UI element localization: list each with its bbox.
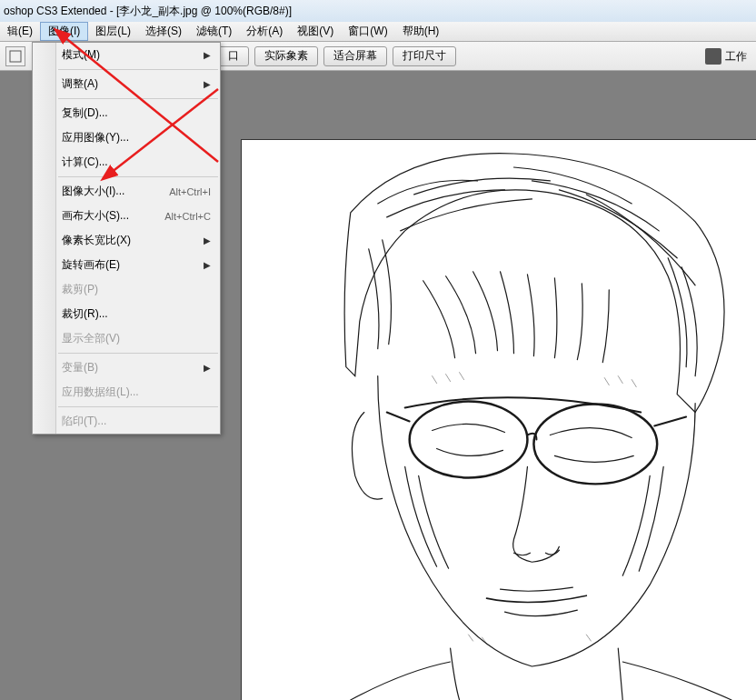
tool-preset-icon[interactable] — [5, 46, 25, 66]
menu-select[interactable]: 选择(S) — [138, 22, 189, 41]
menu-help[interactable]: 帮助(H) — [395, 22, 447, 41]
title-bar: oshop CS3 Extended - [李小龙_副本.jpg @ 100%(… — [0, 0, 756, 22]
menu-separator — [58, 98, 218, 99]
menu-apply-dataset: 应用数据组(L)... — [33, 380, 220, 405]
menu-crop: 裁剪(P) — [33, 277, 220, 302]
menu-canvas-size[interactable]: 画布大小(S)... Alt+Ctrl+C — [33, 204, 220, 228]
menu-crop-label: 裁剪(P) — [62, 282, 98, 297]
menu-view[interactable]: 视图(V) — [290, 22, 341, 41]
menu-filter[interactable]: 滤镜(T) — [189, 22, 239, 41]
fit-screen-button[interactable]: 适合屏幕 — [323, 46, 387, 66]
menu-variables: 变量(B) ▶ — [33, 355, 220, 380]
menu-canvas-size-shortcut: Alt+Ctrl+C — [164, 211, 211, 222]
menu-image-size[interactable]: 图像大小(I)... Alt+Ctrl+I — [33, 179, 220, 204]
submenu-arrow-icon: ▶ — [204, 260, 211, 270]
submenu-arrow-icon: ▶ — [204, 363, 211, 373]
menu-apply-image[interactable]: 应用图像(Y)... — [33, 125, 220, 150]
menu-pixel-aspect[interactable]: 像素长宽比(X) ▶ — [33, 228, 220, 253]
menu-trap-label: 陷印(T)... — [62, 414, 106, 429]
menu-trap: 陷印(T)... — [33, 409, 220, 434]
menu-image-size-shortcut: Alt+Ctrl+I — [169, 186, 211, 197]
menu-separator — [58, 69, 218, 70]
menu-adjustments-label: 调整(A) — [62, 76, 98, 92]
menu-mode[interactable]: 模式(M) ▶ — [33, 43, 220, 67]
bridge-icon[interactable] — [705, 48, 721, 65]
menu-calculations-label: 计算(C)... — [62, 155, 108, 170]
menu-trim[interactable]: 裁切(R)... — [33, 302, 220, 326]
menu-image[interactable]: 图像(I) — [40, 22, 88, 41]
menu-adjustments[interactable]: 调整(A) ▶ — [33, 72, 220, 96]
actual-pixels-button[interactable]: 实际象素 — [254, 46, 318, 66]
menu-mode-label: 模式(M) — [62, 47, 100, 63]
menu-reveal-all-label: 显示全部(V) — [62, 331, 120, 346]
menu-apply-dataset-label: 应用数据组(L)... — [62, 385, 139, 400]
menu-canvas-size-label: 画布大小(S)... — [62, 208, 129, 224]
menu-separator — [58, 176, 218, 177]
blank-button[interactable]: 口 — [218, 46, 249, 66]
right-panel: 工作 — [701, 42, 756, 71]
menu-edit[interactable]: 辑(E) — [0, 22, 40, 41]
window-title: oshop CS3 Extended - [李小龙_副本.jpg @ 100%(… — [4, 4, 292, 19]
menu-variables-label: 变量(B) — [62, 360, 98, 375]
menu-separator — [58, 353, 218, 354]
document-canvas[interactable] — [241, 139, 756, 700]
menu-separator — [58, 406, 218, 407]
svg-rect-0 — [10, 51, 21, 62]
menu-reveal-all: 显示全部(V) — [33, 326, 220, 351]
menu-window[interactable]: 窗口(W) — [341, 22, 394, 41]
workspace-label[interactable]: 工作 — [725, 49, 747, 65]
menu-layer[interactable]: 图层(L) — [88, 22, 138, 41]
menu-calculations[interactable]: 计算(C)... — [33, 150, 220, 175]
submenu-arrow-icon: ▶ — [204, 235, 211, 245]
menu-pixel-aspect-label: 像素长宽比(X) — [62, 233, 131, 248]
menu-apply-image-label: 应用图像(Y)... — [62, 130, 129, 145]
menu-image-size-label: 图像大小(I)... — [62, 184, 124, 199]
menu-trim-label: 裁切(R)... — [62, 306, 108, 322]
sketch-image — [242, 140, 756, 700]
menu-duplicate[interactable]: 复制(D)... — [33, 101, 220, 125]
menu-analysis[interactable]: 分析(A) — [239, 22, 290, 41]
menu-rotate-canvas[interactable]: 旋转画布(E) ▶ — [33, 253, 220, 277]
submenu-arrow-icon: ▶ — [204, 50, 211, 60]
print-size-button[interactable]: 打印尺寸 — [393, 46, 456, 66]
menu-bar: 辑(E) 图像(I) 图层(L) 选择(S) 滤镜(T) 分析(A) 视图(V)… — [0, 22, 756, 42]
image-dropdown-menu: 模式(M) ▶ 调整(A) ▶ 复制(D)... 应用图像(Y)... 计算(C… — [32, 42, 221, 435]
menu-duplicate-label: 复制(D)... — [62, 105, 108, 121]
submenu-arrow-icon: ▶ — [204, 79, 211, 89]
menu-rotate-canvas-label: 旋转画布(E) — [62, 257, 120, 273]
